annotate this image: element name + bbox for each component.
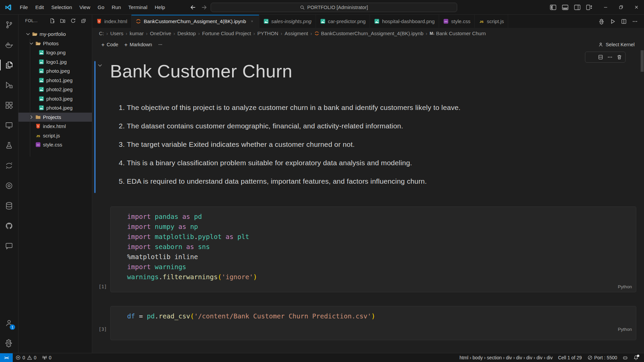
split-editor-icon[interactable] — [620, 17, 628, 26]
tree-item-Projects[interactable]: Projects — [18, 113, 92, 122]
cell-indicator[interactable]: Cell 1 of 29 — [555, 353, 585, 362]
tree-item-script.js[interactable]: JSscript.js — [18, 131, 92, 140]
breadcrumb-item[interactable]: Desktop — [177, 31, 196, 36]
menu-go[interactable]: Go — [94, 2, 108, 12]
forward-arrow-icon[interactable] — [201, 4, 208, 11]
cell-language-picker[interactable]: Python — [618, 284, 632, 289]
activity-chat-icon[interactable] — [0, 236, 18, 256]
markdown-cell[interactable]: Bank Customer Churn The objective of thi… — [110, 60, 614, 195]
select-kernel-button[interactable]: Select Kernel — [598, 42, 635, 47]
activity-testing-icon[interactable] — [0, 135, 18, 156]
tree-item-label: photo1.jpeg — [46, 77, 72, 83]
tab-car-predictor.png[interactable]: car-predictor.png — [316, 15, 370, 28]
code-editor[interactable]: import pandas as pdimport numpy as npimp… — [111, 207, 636, 282]
tree-item-photo1.jpeg[interactable]: photo1.jpeg — [18, 76, 92, 85]
command-center-search[interactable]: PORTFOLIO [Administrator] — [211, 3, 457, 12]
vertical-scrollbar[interactable] — [641, 50, 644, 72]
tab-style.css[interactable]: cssstyle.css — [439, 15, 475, 28]
live-server-port[interactable]: Port : 5500 — [585, 353, 620, 362]
activity-explorer-icon[interactable] — [0, 55, 18, 75]
activity-database-icon[interactable] — [0, 196, 18, 216]
new-file-icon[interactable] — [49, 17, 56, 24]
tree-item-style.css[interactable]: cssstyle.css — [18, 140, 92, 149]
collapse-cell-chevron-icon[interactable] — [97, 62, 103, 68]
customize-layout-icon[interactable] — [584, 2, 594, 12]
breadcrumb-item[interactable]: C: — [99, 31, 104, 36]
breadcrumb-item[interactable]: BankCustomerChurn_Assigment_4(BK).ipynb — [314, 31, 423, 36]
tree-item-index.html[interactable]: 5index.html — [18, 122, 92, 131]
code-cell-1[interactable]: [1] import pandas as pdimport numpy as n… — [110, 206, 636, 292]
close-button[interactable] — [629, 0, 644, 15]
menu-help[interactable]: Help — [151, 2, 169, 12]
back-arrow-icon[interactable] — [190, 4, 196, 11]
more-actions-icon[interactable] — [156, 41, 164, 49]
tree-item-logo1.jpg[interactable]: logo1.jpg — [18, 57, 92, 67]
add-markdown-button[interactable]: + Markdown — [121, 41, 155, 49]
settings-gear-icon[interactable] — [597, 17, 606, 26]
tree-item-photo3.jpeg[interactable]: photo3.jpeg — [18, 94, 92, 104]
tab-label: hospital-dashboard.png — [382, 18, 435, 24]
activity-run-debug-icon[interactable] — [0, 75, 18, 95]
copilot-status[interactable] — [620, 353, 631, 362]
tab-hospital-dashboard.png[interactable]: hospital-dashboard.png — [370, 15, 439, 28]
toggle-secondary-sidebar-icon[interactable] — [572, 2, 582, 12]
tree-item-photo4.jpeg[interactable]: photo4.jpeg — [18, 103, 92, 113]
activity-github-icon[interactable] — [0, 216, 18, 236]
activity-jupyter-ring-icon[interactable] — [0, 156, 18, 176]
new-folder-icon[interactable] — [59, 17, 66, 24]
collapse-all-icon[interactable] — [80, 17, 87, 24]
delete-cell-icon[interactable] — [615, 53, 624, 61]
tab-sales-insights.png[interactable]: sales-insights.png — [259, 15, 316, 28]
cell-language-picker[interactable]: Python — [618, 327, 632, 332]
activity-target-icon[interactable] — [0, 176, 18, 196]
menu-view[interactable]: View — [76, 2, 94, 12]
add-markdown-label: Markdown — [130, 42, 152, 47]
menu-run[interactable]: Run — [108, 2, 125, 12]
activity-source-control-icon[interactable] — [0, 15, 18, 35]
tree-item-Photos[interactable]: Photos — [18, 39, 92, 48]
notifications-bell[interactable] — [631, 353, 641, 362]
breadcrumb-item[interactable]: Fortune Cloud Project — [202, 31, 251, 36]
add-code-button[interactable]: + Code — [98, 41, 121, 49]
activity-accounts-icon[interactable]: 1 — [0, 313, 18, 333]
menu-file[interactable]: File — [16, 2, 32, 12]
activity-docker-icon[interactable] — [0, 35, 18, 55]
tab-index.html[interactable]: 5index.html — [92, 15, 131, 28]
dom-path[interactable]: html › body › section › div › div › div … — [457, 353, 555, 362]
breadcrumb-item[interactable]: kumar — [130, 31, 144, 36]
tree-item-photo2.jpeg[interactable]: photo2.jpeg — [18, 85, 92, 94]
tree-item-photo.jpeg[interactable]: photo.jpeg — [18, 66, 92, 76]
menu-terminal[interactable]: Terminal — [125, 2, 151, 12]
target-icon — [5, 181, 13, 190]
activity-settings-gear-icon[interactable] — [0, 333, 18, 353]
breadcrumb-item[interactable]: Users — [110, 31, 123, 36]
toggle-panel-icon[interactable] — [560, 2, 570, 12]
restore-button[interactable] — [613, 0, 629, 15]
close-tab-icon[interactable] — [249, 18, 255, 24]
image-icon — [39, 50, 44, 55]
activity-remote-explorer-icon[interactable] — [0, 115, 18, 135]
code-cell-2[interactable]: [3] df = pd.read_csv('/content/Bank Cust… — [110, 306, 636, 340]
tab-script.js[interactable]: JSscript.js — [475, 15, 508, 28]
image-icon — [39, 68, 44, 74]
activity-extensions-icon[interactable] — [0, 95, 18, 115]
problems-indicator[interactable]: 0 0 — [13, 353, 39, 362]
breadcrumb-item[interactable]: OneDrive — [150, 31, 171, 36]
ellipsis-icon[interactable] — [631, 17, 639, 26]
tab-BankCustomerChurn_Assigment_4(BK).ipynb[interactable]: BankCustomerChurn_Assigment_4(BK).ipynb — [131, 15, 259, 28]
menu-edit[interactable]: Edit — [32, 2, 48, 12]
tree-item-logo.png[interactable]: logo.png — [18, 48, 92, 57]
copilot-icon — [623, 355, 628, 360]
ports-indicator[interactable]: 0 — [39, 353, 54, 362]
tree-item-my-portfolio[interactable]: my-portfolio — [18, 29, 92, 39]
toggle-sidebar-icon[interactable] — [548, 2, 558, 12]
menu-selection[interactable]: Selection — [48, 2, 76, 12]
refresh-icon[interactable] — [69, 17, 77, 24]
minimize-button[interactable] — [598, 0, 613, 15]
run-all-icon[interactable] — [608, 17, 617, 26]
remote-indicator[interactable]: >< — [0, 353, 13, 362]
code-editor[interactable]: df = pd.read_csv('/content/Bank Customer… — [111, 306, 636, 321]
breadcrumb-item[interactable]: PYTHON — [257, 31, 278, 36]
breadcrumb-item[interactable]: Assigment — [284, 31, 308, 36]
breadcrumb-item[interactable]: M↓Bank Customer Churn — [430, 31, 486, 36]
